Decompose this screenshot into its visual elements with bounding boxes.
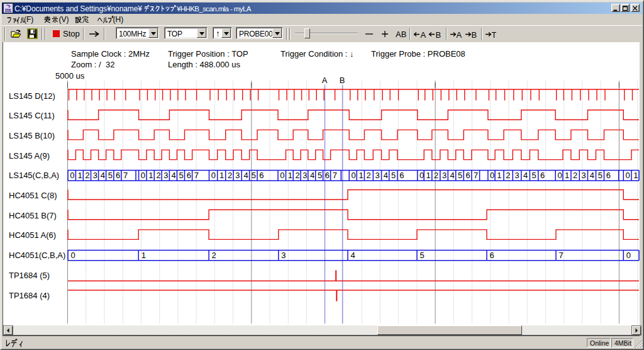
svg-text:3: 3 [515, 171, 519, 180]
svg-text:4: 4 [450, 171, 455, 180]
svg-text:3: 3 [375, 171, 380, 180]
svg-text:T: T [492, 30, 497, 39]
svg-text:2: 2 [228, 171, 232, 180]
svg-text:5000 us: 5000 us [55, 71, 85, 81]
svg-text:0: 0 [70, 171, 74, 180]
svg-text:4: 4 [101, 171, 105, 180]
svg-text:6: 6 [259, 171, 264, 180]
svg-text:5: 5 [318, 171, 322, 180]
svg-text:5: 5 [598, 171, 602, 180]
svg-text:A: A [457, 30, 462, 39]
svg-text:7: 7 [559, 251, 564, 260]
svg-text:LS145 A(9): LS145 A(9) [9, 151, 50, 161]
svg-text:B: B [472, 30, 477, 39]
svg-text:6: 6 [466, 171, 470, 180]
svg-text:0: 0 [211, 171, 216, 180]
svg-text:3: 3 [164, 171, 168, 180]
svg-text:LS145 C(11): LS145 C(11) [9, 111, 55, 120]
svg-text:TP1684 (4): TP1684 (4) [9, 291, 50, 300]
svg-text:4: 4 [384, 171, 388, 180]
svg-text:5: 5 [108, 171, 113, 180]
svg-text:5: 5 [532, 171, 536, 180]
svg-text:5: 5 [420, 251, 425, 260]
svg-text:6: 6 [490, 251, 494, 260]
svg-text:1: 1 [497, 171, 501, 180]
svg-text:2: 2 [295, 171, 299, 180]
svg-text:4: 4 [590, 171, 594, 180]
svg-text:0: 0 [280, 171, 284, 180]
svg-text:0: 0 [71, 251, 75, 260]
svg-text:AB: AB [396, 30, 406, 38]
svg-text:B: B [436, 30, 441, 39]
svg-text:2: 2 [86, 171, 90, 180]
svg-text:5: 5 [391, 171, 396, 180]
svg-text:HC4051 B(7): HC4051 B(7) [9, 211, 57, 220]
svg-text:7: 7 [123, 171, 128, 180]
svg-text:1: 1 [219, 171, 224, 180]
svg-text:1: 1 [633, 171, 638, 180]
svg-text:1: 1 [359, 171, 364, 180]
svg-text:1: 1 [288, 171, 292, 180]
svg-text:6: 6 [606, 171, 611, 180]
svg-text:6: 6 [399, 171, 404, 180]
svg-text:1: 1 [78, 171, 82, 180]
svg-text:0: 0 [141, 171, 145, 180]
svg-text:1: 1 [148, 171, 153, 180]
svg-text:5: 5 [179, 171, 184, 180]
svg-text:3: 3 [235, 171, 240, 180]
svg-text:1: 1 [426, 171, 430, 180]
svg-text:HC4051 A(6): HC4051 A(6) [9, 230, 56, 240]
svg-text:4: 4 [351, 251, 355, 260]
svg-text:HC4051(C,B,A): HC4051(C,B,A) [9, 251, 65, 260]
svg-text:3: 3 [303, 171, 307, 180]
svg-text:1: 1 [142, 251, 146, 260]
svg-text:LS145(C,B,A): LS145(C,B,A) [9, 171, 59, 180]
svg-text:5: 5 [252, 171, 256, 180]
svg-text:7: 7 [194, 171, 199, 180]
svg-text:5: 5 [458, 171, 462, 180]
svg-text:2: 2 [506, 171, 510, 180]
svg-text:6: 6 [325, 171, 330, 180]
svg-text:4: 4 [243, 171, 248, 180]
svg-text:6: 6 [540, 171, 545, 180]
svg-text:1: 1 [565, 171, 569, 180]
svg-text:HC4051 C(8): HC4051 C(8) [9, 191, 57, 200]
svg-text:6: 6 [187, 171, 191, 180]
svg-text:7: 7 [333, 171, 337, 180]
svg-text:7: 7 [474, 171, 478, 180]
svg-text:0: 0 [351, 171, 355, 180]
svg-text:0: 0 [557, 171, 562, 180]
svg-text:2: 2 [573, 171, 577, 180]
svg-text:LS145 B(10): LS145 B(10) [9, 131, 55, 140]
svg-text:2: 2 [367, 171, 371, 180]
svg-text:4: 4 [172, 171, 176, 180]
svg-text:LS145 D(12): LS145 D(12) [9, 91, 55, 101]
svg-text:4: 4 [310, 171, 314, 180]
svg-text:0: 0 [490, 171, 494, 180]
svg-text:3: 3 [442, 171, 447, 180]
svg-text:4: 4 [523, 171, 528, 180]
svg-text:myLA: myLA [4, 9, 12, 12]
svg-text:TP1684 (5): TP1684 (5) [9, 271, 50, 280]
svg-text:B: B [340, 76, 345, 85]
svg-text:0: 0 [626, 171, 630, 180]
svg-text:2: 2 [156, 171, 160, 180]
svg-text:2: 2 [434, 171, 438, 180]
svg-text:A: A [421, 30, 426, 39]
svg-text:Trigger Probe : PROBE08: Trigger Probe : PROBE08 [371, 49, 465, 59]
svg-text:0: 0 [626, 251, 631, 260]
svg-text:2: 2 [212, 251, 216, 260]
svg-text:Trigger Position : TOP: Trigger Position : TOP [168, 49, 248, 59]
svg-text:6: 6 [116, 171, 120, 180]
svg-text:Length : 488.000 us: Length : 488.000 us [168, 60, 240, 69]
svg-text:0: 0 [419, 171, 424, 180]
svg-text:Zoom : / 32: Zoom : / 32 [71, 60, 114, 69]
svg-text:Trigger Condition : ↓: Trigger Condition : ↓ [280, 49, 354, 59]
svg-text:A: A [322, 76, 328, 85]
svg-text:Sample Clock : 2MHz: Sample Clock : 2MHz [71, 49, 150, 59]
svg-text:3: 3 [281, 251, 286, 260]
svg-text:3: 3 [582, 171, 586, 180]
svg-text:3: 3 [93, 171, 97, 180]
